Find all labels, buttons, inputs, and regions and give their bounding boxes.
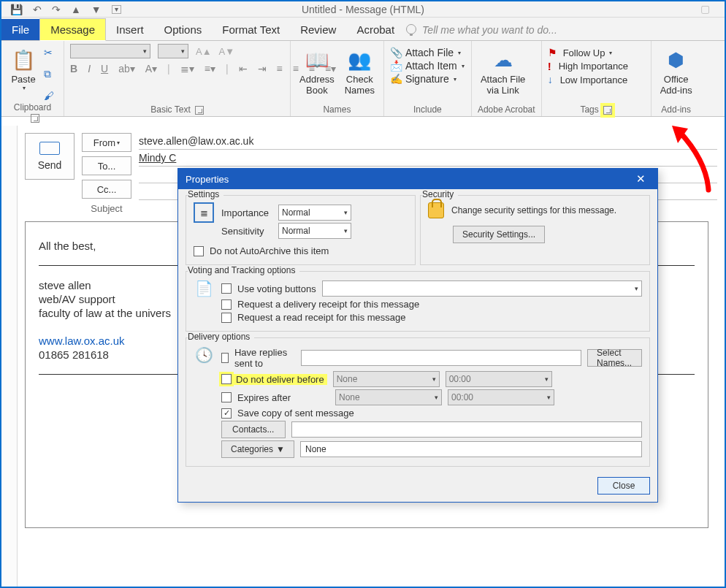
autoarchive-checkbox[interactable] xyxy=(194,246,204,256)
group-names: 📖 Address Book 👥 Check Names Names xyxy=(291,41,384,116)
from-button[interactable]: From▾ xyxy=(82,133,131,152)
security-fieldset: Security Change security settings for th… xyxy=(420,195,650,265)
settings-fieldset: Settings ≣ Importance Normal▾ Sensitivit… xyxy=(186,195,416,265)
italic-button[interactable]: I xyxy=(88,63,91,75)
bullets-button[interactable]: ≣▾ xyxy=(180,63,194,75)
decrease-font-icon[interactable]: A▼ xyxy=(219,46,235,57)
categories-value[interactable]: None xyxy=(300,441,642,457)
increase-font-icon[interactable]: A▲ xyxy=(196,46,212,57)
settings-icon: ≣ xyxy=(194,202,214,223)
have-replies-input[interactable] xyxy=(301,350,581,366)
window-control-icon[interactable]: ▢ xyxy=(700,3,710,15)
subject-label: Subject xyxy=(82,203,131,214)
cut-icon[interactable]: ✂ xyxy=(44,47,54,58)
no-deliver-time-select[interactable]: 00:00▾ xyxy=(446,371,552,387)
to-field[interactable]: Mindy C xyxy=(139,150,717,167)
read-receipt-label: Request a read receipt for this message xyxy=(237,312,406,323)
check-names-button[interactable]: 👥 Check Names xyxy=(342,44,378,97)
voting-buttons-select[interactable]: ▾ xyxy=(322,280,642,297)
address-book-button[interactable]: 📖 Address Book xyxy=(297,44,337,97)
to-button[interactable]: To... xyxy=(82,156,131,175)
do-not-deliver-checkbox[interactable] xyxy=(221,374,232,384)
group-addins: ⬢ Office Add-ins Add-ins xyxy=(652,41,701,116)
font-size-selector[interactable]: ▾ xyxy=(158,44,188,58)
importance-select[interactable]: Normal▾ xyxy=(278,205,351,221)
attach-item-button[interactable]: 📩Attach Item▾ xyxy=(390,60,465,72)
signature-icon: ✍ xyxy=(390,73,402,85)
sensitivity-select[interactable]: Normal▾ xyxy=(278,223,351,239)
tab-insert[interactable]: Insert xyxy=(106,19,154,40)
paste-button[interactable]: 📋 Paste▾ xyxy=(7,44,39,93)
high-importance-button[interactable]: !High Importance xyxy=(548,60,628,72)
low-importance-icon: ↓ xyxy=(548,74,553,85)
office-addins-button[interactable]: ⬢ Office Add-ins xyxy=(657,44,695,97)
delivery-receipt-checkbox[interactable] xyxy=(221,299,232,310)
follow-up-button[interactable]: ⚑Follow Up▾ xyxy=(548,47,613,58)
low-importance-button[interactable]: ↓Low Importance xyxy=(548,74,628,85)
dialog-title: Properties xyxy=(186,174,229,185)
tell-me-search[interactable]: Tell me what you want to do... xyxy=(405,20,568,40)
copy-icon[interactable]: ⧉ xyxy=(44,68,54,80)
voting-icon: 📄 xyxy=(194,278,214,299)
contacts-button[interactable]: Contacts... xyxy=(221,421,286,438)
security-text: Change security settings for this messag… xyxy=(451,205,616,215)
group-basic-text: ▾ ▾ A▲ A▼ B I U ab▾ A▾ | ≣▾ ≡▾ | ⇤ ⇥ xyxy=(64,41,291,116)
flag-icon: ⚑ xyxy=(548,47,557,58)
attach-file-via-link-button[interactable]: ☁ Attach File via Link xyxy=(478,44,528,97)
tab-file[interactable]: File xyxy=(1,19,39,40)
delivery-receipt-label: Request a delivery receipt for this mess… xyxy=(237,299,419,310)
align-left-icon[interactable]: ≡ xyxy=(277,63,283,75)
bold-button[interactable]: B xyxy=(70,63,77,75)
address-book-icon: 📖 xyxy=(304,47,330,73)
close-icon[interactable]: ✕ xyxy=(630,171,652,187)
read-receipt-checkbox[interactable] xyxy=(221,313,232,323)
attach-file-button[interactable]: 📎Attach File▾ xyxy=(390,47,461,58)
select-names-button[interactable]: Select Names... xyxy=(587,349,642,367)
bulb-icon xyxy=(406,24,416,34)
title-bar: 💾 ↶ ↷ ▲ ▼ ▾ Untitled - Message (HTML) ▢ xyxy=(1,1,725,18)
have-replies-label: Have replies sent to xyxy=(234,347,295,369)
group-adobe: ☁ Attach File via Link Adobe Acrobat xyxy=(472,41,542,116)
no-deliver-date-select[interactable]: None▾ xyxy=(333,371,440,387)
cc-button[interactable]: Cc... xyxy=(82,180,131,199)
body-link[interactable]: www.law.ox.ac.uk xyxy=(39,335,125,347)
save-copy-checkbox[interactable]: ✓ xyxy=(221,408,232,419)
dialog-title-bar[interactable]: Properties ✕ xyxy=(178,169,657,189)
tab-acrobat[interactable]: Acrobat xyxy=(346,19,405,40)
have-replies-checkbox[interactable] xyxy=(221,353,229,363)
underline-button[interactable]: U xyxy=(101,63,108,75)
clipboard-icon: 📋 xyxy=(10,47,37,73)
clipboard-launcher[interactable] xyxy=(31,114,39,123)
delivery-fieldset: Delivery options 🕓 Have replies sent to … xyxy=(186,337,650,467)
ribbon-tabs: File Message Insert Options Format Text … xyxy=(1,18,725,41)
delivery-icon: 🕓 xyxy=(194,345,214,365)
font-color-button[interactable]: A▾ xyxy=(145,63,157,75)
voting-checkbox[interactable] xyxy=(221,283,232,294)
tab-format-text[interactable]: Format Text xyxy=(212,19,290,40)
tab-options[interactable]: Options xyxy=(154,19,213,40)
basic-text-launcher[interactable] xyxy=(195,106,204,115)
numbering-button[interactable]: ≡▾ xyxy=(205,63,215,75)
font-selector[interactable]: ▾ xyxy=(70,44,150,58)
from-field[interactable]: steve.allen@law.ox.ac.uk xyxy=(139,133,717,150)
contacts-input[interactable] xyxy=(291,421,642,438)
tags-launcher[interactable] xyxy=(603,106,612,115)
send-button[interactable]: Send xyxy=(25,133,74,180)
window-title: Untitled - Message (HTML) xyxy=(1,4,725,15)
highlight-button[interactable]: ab▾ xyxy=(118,63,135,75)
security-settings-button[interactable]: Security Settings... xyxy=(453,226,545,243)
expires-checkbox[interactable] xyxy=(221,392,232,402)
categories-button[interactable]: Categories▼ xyxy=(221,440,294,458)
send-icon xyxy=(39,142,60,155)
expires-label: Expires after xyxy=(237,392,329,403)
indent-button[interactable]: ⇥ xyxy=(258,63,267,75)
expires-date-select[interactable]: None▾ xyxy=(335,389,442,405)
tab-review[interactable]: Review xyxy=(290,19,346,40)
expires-time-select[interactable]: 00:00▾ xyxy=(448,389,554,405)
format-painter-icon[interactable]: 🖌 xyxy=(44,90,54,102)
tab-message[interactable]: Message xyxy=(39,18,106,41)
signature-button[interactable]: ✍Signature▾ xyxy=(390,73,456,85)
addins-icon: ⬢ xyxy=(663,47,689,73)
outdent-button[interactable]: ⇤ xyxy=(239,63,248,75)
close-button[interactable]: Close xyxy=(597,477,650,495)
